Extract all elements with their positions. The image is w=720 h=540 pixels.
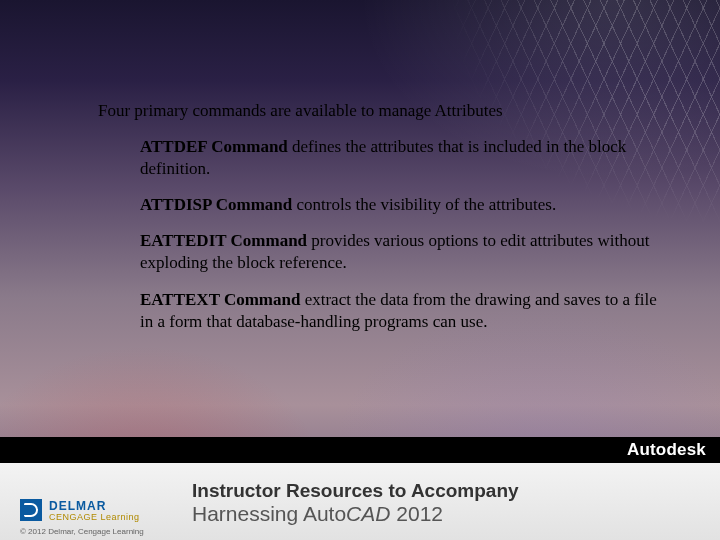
- brand-line1: DELMAR: [49, 499, 140, 513]
- footer: DELMAR CENGAGE Learning © 2012 Delmar, C…: [0, 463, 720, 540]
- slide: Four primary commands are available to m…: [0, 0, 720, 540]
- copyright-text: © 2012 Delmar, Cengage Learning: [20, 527, 144, 536]
- content-area: Four primary commands are available to m…: [98, 100, 660, 347]
- command-item: ATTDISP Command controls the visibility …: [140, 194, 660, 216]
- publisher-logo: DELMAR CENGAGE Learning: [20, 499, 140, 522]
- command-name: ATTDEF Command: [140, 137, 288, 156]
- divider-bar: [0, 437, 720, 463]
- publisher-brand: DELMAR CENGAGE Learning: [49, 499, 140, 522]
- product-cad: CAD: [346, 502, 390, 525]
- autodesk-logo-text: Autodesk: [627, 440, 706, 460]
- product-prefix: Harnessing Auto: [192, 502, 346, 525]
- delmar-mark-icon: [20, 499, 42, 521]
- product-year: 2012: [390, 502, 443, 525]
- command-item: EATTEXT Command extract the data from th…: [140, 289, 660, 333]
- footer-title: Instructor Resources to Accompany Harnes…: [192, 480, 519, 526]
- intro-text: Four primary commands are available to m…: [98, 100, 660, 122]
- footer-title-line2: Harnessing AutoCAD 2012: [192, 502, 519, 526]
- brand-line2: CENGAGE Learning: [49, 512, 140, 522]
- command-item: ATTDEF Command defines the attributes th…: [140, 136, 660, 180]
- command-name: EATTEDIT Command: [140, 231, 307, 250]
- command-desc: controls the visibility of the attribute…: [292, 195, 556, 214]
- command-item: EATTEDIT Command provides various option…: [140, 230, 660, 274]
- command-name: ATTDISP Command: [140, 195, 292, 214]
- footer-title-line1: Instructor Resources to Accompany: [192, 480, 519, 502]
- command-name: EATTEXT Command: [140, 290, 300, 309]
